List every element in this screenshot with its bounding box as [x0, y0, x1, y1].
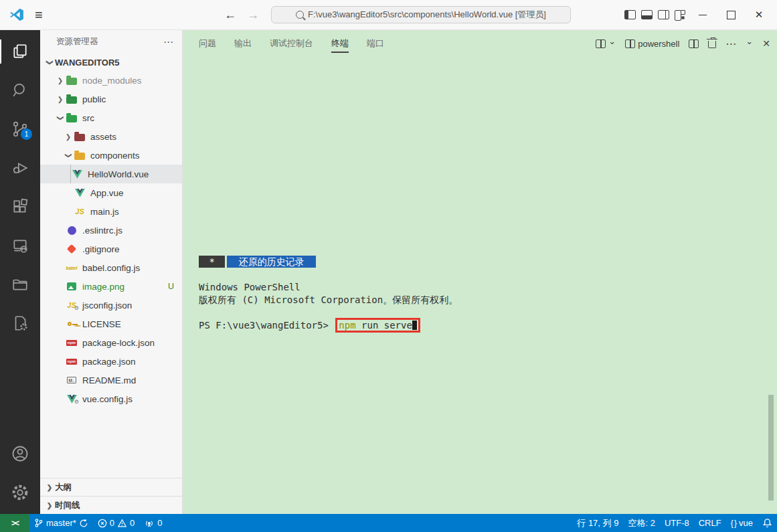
activity-remote-explorer[interactable] — [0, 228, 40, 263]
nav-back-icon[interactable] — [224, 8, 236, 22]
panel-close-button[interactable] — [762, 38, 770, 49]
gear-icon — [11, 483, 29, 502]
remote-indicator[interactable] — [0, 514, 29, 532]
terminal-tabs-icon — [596, 39, 606, 48]
tree-item-main-js[interactable]: JS main.js — [40, 202, 182, 221]
tree-item-image-png[interactable]: image.png U — [40, 277, 182, 296]
search-icon — [11, 82, 29, 99]
vue-icon — [71, 169, 83, 179]
settings-button[interactable] — [0, 475, 40, 510]
activity-source-control[interactable]: 1 — [0, 112, 40, 147]
outline-label: 大纲 — [55, 482, 72, 493]
toggle-sidebar-icon[interactable] — [624, 10, 636, 19]
folder-icon — [74, 150, 86, 161]
explorer-sidebar: 资源管理器 WANGEDITOR5 node_modules public sr… — [40, 30, 183, 514]
terminal-new-dropdown[interactable] — [596, 39, 616, 48]
tree-item-vue-config[interactable]: ⚙ vue.config.js — [40, 389, 182, 408]
menu-hamburger-icon[interactable] — [35, 7, 43, 23]
outline-section[interactable]: 大纲 — [40, 478, 182, 496]
chevron-down-icon — [55, 114, 66, 122]
tree-item-babel-config[interactable]: babel babel.config.js — [40, 258, 182, 277]
broadcast-icon — [144, 519, 155, 528]
activity-extensions[interactable] — [0, 189, 40, 224]
terminal-scrollbar[interactable] — [768, 395, 774, 501]
terminal-line: 版权所有 (C) Microsoft Corporation。保留所有权利。 — [199, 294, 458, 306]
annotation-box: npm run serve — [335, 318, 420, 333]
folder-icon — [74, 131, 86, 142]
npm-icon: npm — [66, 337, 78, 348]
indentation-status[interactable]: 空格: 2 — [623, 514, 659, 532]
customize-layout-icon[interactable] — [675, 10, 686, 19]
panel-more-actions[interactable] — [725, 37, 736, 50]
tab-ports[interactable]: 端口 — [367, 31, 384, 56]
problems-status[interactable]: 0 0 — [93, 514, 139, 532]
tree-item-components[interactable]: components — [40, 146, 182, 165]
prompt-text: PS F:\vue3\wangEditor5> — [199, 320, 334, 331]
vue-icon — [74, 187, 86, 198]
terminal-cursor — [412, 321, 417, 330]
terminal-instance-powershell[interactable]: powershell — [625, 39, 679, 49]
error-count: 0 — [110, 518, 114, 528]
encoding-status[interactable]: UTF-8 — [660, 514, 694, 532]
ports-status[interactable]: 0 — [139, 514, 167, 532]
explorer-title: 资源管理器 — [56, 36, 98, 48]
window-minimize-button[interactable] — [691, 5, 714, 25]
cursor-position-status[interactable]: 行 17, 列 9 — [572, 514, 623, 532]
toggle-panel-icon[interactable] — [641, 10, 653, 19]
terminal-panel[interactable]: 问题 输出 调试控制台 终端 端口 powershell — [183, 30, 777, 514]
tree-item-helloworld-vue[interactable]: HelloWorld.vue — [40, 165, 182, 183]
command-center-search[interactable]: F:\vue3\wangEditor5\src\components\Hello… — [271, 6, 571, 23]
explorer-more-actions-icon[interactable] — [163, 36, 174, 48]
tree-item-assets[interactable]: assets — [40, 127, 182, 146]
language-mode-status[interactable]: vue — [726, 514, 758, 532]
tab-debug-console[interactable]: 调试控制台 — [270, 31, 313, 56]
chevron-down-icon — [63, 152, 74, 159]
git-untracked-badge: U — [168, 282, 174, 291]
babel-icon: babel — [66, 262, 78, 273]
image-icon — [66, 281, 78, 292]
eol-status[interactable]: CRLF — [694, 514, 726, 532]
chevron-right-icon — [44, 502, 55, 509]
notifications-bell[interactable] — [758, 514, 777, 532]
tree-item-eslintrc[interactable]: .eslintrc.js — [40, 221, 182, 240]
window-close-button[interactable] — [748, 5, 770, 25]
window-maximize-button[interactable] — [719, 5, 742, 25]
tree-item-public[interactable]: public — [40, 90, 182, 108]
run-debug-icon — [11, 159, 29, 177]
tree-item-license[interactable]: LICENSE — [40, 315, 182, 333]
tree-item-readme[interactable]: M↓ README.md — [40, 371, 182, 389]
tree-item-package-json[interactable]: npm package.json — [40, 352, 182, 371]
restore-star-badge: * — [199, 256, 225, 268]
kill-terminal-button[interactable] — [708, 39, 716, 48]
tree-item-gitignore[interactable]: .gitignore — [40, 240, 182, 258]
tree-item-jsconfig[interactable]: JS⚙ jsconfig.json — [40, 296, 182, 315]
activity-code-settings[interactable] — [0, 306, 40, 341]
ports-count: 0 — [157, 518, 162, 528]
tree-item-package-lock[interactable]: npm package-lock.json — [40, 333, 182, 352]
account-button[interactable] — [0, 436, 40, 471]
tree-root-wangeditor5[interactable]: WANGEDITOR5 — [40, 54, 182, 71]
timeline-section[interactable]: 时间线 — [40, 496, 182, 514]
git-branch-status[interactable]: master* — [29, 514, 93, 532]
tab-terminal[interactable]: 终端 — [331, 31, 349, 56]
tree-item-node-modules[interactable]: node_modules — [40, 71, 182, 90]
git-icon — [66, 244, 78, 254]
activity-explorer[interactable] — [0, 34, 40, 69]
command-npm: npm — [339, 320, 355, 331]
activity-search[interactable] — [0, 73, 40, 108]
activity-run-debug[interactable] — [0, 151, 40, 185]
tree-item-src[interactable]: src — [40, 108, 182, 127]
shell-name-label: powershell — [638, 39, 679, 49]
split-terminal-button[interactable] — [689, 39, 699, 48]
vscode-logo-icon — [9, 7, 24, 22]
tab-problems[interactable]: 问题 — [199, 31, 216, 56]
activity-bar: 1 — [0, 30, 40, 514]
extensions-icon — [11, 198, 29, 215]
tab-output[interactable]: 输出 — [234, 31, 252, 56]
tree-item-app-vue[interactable]: App.vue — [40, 183, 182, 202]
folder-icon — [66, 75, 78, 86]
activity-project-manager[interactable] — [0, 267, 40, 302]
status-bar: master* 0 0 0 行 17, 列 9 空格: 2 UTF-8 CRLF… — [0, 514, 777, 532]
title-bar: F:\vue3\wangEditor5\src\components\Hello… — [0, 0, 777, 30]
toggle-secondary-sidebar-icon[interactable] — [658, 10, 669, 19]
